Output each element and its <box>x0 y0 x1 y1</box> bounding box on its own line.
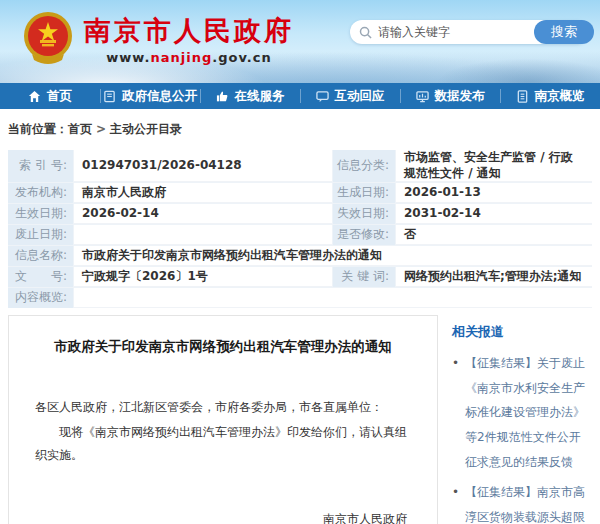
nav-item-interaction[interactable]: 互动回应 <box>300 83 400 109</box>
home-icon <box>28 90 41 103</box>
meta-label-modified: 是否修改: <box>333 225 395 245</box>
document-icon <box>516 90 529 103</box>
meta-label-repeal-date: 废止日期: <box>8 225 73 245</box>
meta-label-keywords: 关 键 词: <box>333 267 395 287</box>
breadcrumb-separator: > <box>96 122 106 136</box>
meta-value-expiry-date: 2031-02-14 <box>396 204 592 224</box>
breadcrumb-label: 当前位置： <box>8 122 68 136</box>
nav-item-overview[interactable]: 南京概览 <box>500 83 600 109</box>
nav-item-online-services[interactable]: 在线服务 <box>200 83 300 109</box>
search-input[interactable] <box>372 25 534 39</box>
search-bar: 搜索 <box>350 20 588 44</box>
document-meta-table: 索 引 号: 012947031/2026-04128 信息分类: 市场监管、安… <box>8 150 592 308</box>
meta-label-issuer: 发布机构: <box>8 183 73 203</box>
monitor-icon <box>416 90 429 103</box>
document-paragraph: 现将《南京市网络预约出租汽车管理办法》印发给你们，请认真组织实施。 <box>35 421 411 467</box>
site-title-block: 南京市人民政府 www.nanjing.gov.cn <box>84 10 294 65</box>
related-report-link[interactable]: 【征集结果】关于废止《南京市水利安全生产标准化建设管理办法》等2件规范性文件公开… <box>452 351 592 474</box>
meta-value-index-no: 012947031/2026-04128 <box>74 150 332 182</box>
document-signature-block: 南京市人民政府 2026年1月13日 <box>35 507 411 524</box>
document-signer: 南京市人民政府 <box>35 507 407 524</box>
meta-label-doc-no: 文 号: <box>8 267 73 287</box>
meta-value-created-date: 2026-01-13 <box>396 183 592 203</box>
content-area: 市政府关于印发南京市网络预约出租汽车管理办法的通知 各区人民政府，江北新区管委会… <box>8 315 592 524</box>
nav-item-home[interactable]: 首页 <box>0 83 100 109</box>
site-url-domain: nanjing <box>150 50 212 65</box>
meta-value-repeal-date <box>74 225 332 245</box>
book-icon <box>103 90 116 103</box>
meta-value-keywords: 网络预约出租汽车;管理办法;通知 <box>396 267 592 287</box>
meta-value-modified: 否 <box>396 225 592 245</box>
nav-item-data[interactable]: 数据发布 <box>400 83 500 109</box>
related-report-link[interactable]: 【征集结果】南京市高淳区货物装载源头超限超载管理办法的意见征集结果反馈 <box>452 480 592 524</box>
related-reports-list: 【征集结果】关于废止《南京市水利安全生产标准化建设管理办法》等2件规范性文件公开… <box>452 351 592 524</box>
meta-value-issuer: 南京市人民政府 <box>74 183 332 203</box>
site-url-www: www. <box>106 50 150 65</box>
breadcrumb-current-link[interactable]: 主动公开目录 <box>110 122 182 136</box>
search-icon <box>359 26 372 39</box>
meta-value-summary <box>74 288 592 308</box>
meta-label-category: 信息分类: <box>333 150 395 182</box>
site-url-suffix: .gov.cn <box>212 50 272 65</box>
national-emblem-icon <box>22 10 74 66</box>
nav-label: 首页 <box>47 88 72 105</box>
site-url: www.nanjing.gov.cn <box>84 50 294 65</box>
document-salutation: 各区人民政府，江北新区管委会，市府各委办局，市各直属单位： <box>35 396 411 419</box>
meta-value-category: 市场监管、安全生产监管 / 行政规范性文件 / 通知 <box>396 150 592 182</box>
meta-label-info-name: 信息名称: <box>8 246 73 266</box>
meta-label-effective-date: 生效日期: <box>8 204 73 224</box>
site-name[interactable]: 南京市人民政府 <box>84 16 294 46</box>
meta-label-created-date: 生成日期: <box>333 183 395 203</box>
nav-label: 数据发布 <box>435 88 485 105</box>
meta-value-effective-date: 2026-02-14 <box>74 204 332 224</box>
document-title: 市政府关于印发南京市网络预约出租汽车管理办法的通知 <box>35 336 411 356</box>
meta-value-info-name: 市政府关于印发南京市网络预约出租汽车管理办法的通知 <box>74 246 592 266</box>
meta-label-summary: 内容概览: <box>8 288 73 308</box>
document-body-panel: 市政府关于印发南京市网络预约出租汽车管理办法的通知 各区人民政府，江北新区管委会… <box>8 315 438 524</box>
site-logo[interactable]: 南京市人民政府 www.nanjing.gov.cn <box>22 10 294 66</box>
main-nav: 首页 政府信息公开 在线服务 互动回应 数据发布 南京概览 <box>0 83 600 109</box>
site-header: 南京市人民政府 www.nanjing.gov.cn 搜索 <box>0 0 600 83</box>
search-button[interactable]: 搜索 <box>534 20 594 44</box>
chat-bubble-icon <box>316 90 329 103</box>
meta-label-expiry-date: 失效日期: <box>333 204 395 224</box>
nav-label: 互动回应 <box>335 88 385 105</box>
breadcrumb: 当前位置：首页>主动公开目录 <box>0 109 600 148</box>
related-reports-title: 相关报道 <box>452 323 592 341</box>
nav-item-gov-info[interactable]: 政府信息公开 <box>100 83 200 109</box>
meta-value-doc-no: 宁政规字〔2026〕1号 <box>74 267 332 287</box>
nav-label: 政府信息公开 <box>122 88 197 105</box>
thumb-up-icon <box>216 90 229 103</box>
sidebar: 相关报道 【征集结果】关于废止《南京市水利安全生产标准化建设管理办法》等2件规范… <box>452 315 592 524</box>
nav-label: 南京概览 <box>535 88 585 105</box>
nav-label: 在线服务 <box>235 88 285 105</box>
meta-label-index-no: 索 引 号: <box>8 150 73 182</box>
breadcrumb-home-link[interactable]: 首页 <box>68 122 92 136</box>
